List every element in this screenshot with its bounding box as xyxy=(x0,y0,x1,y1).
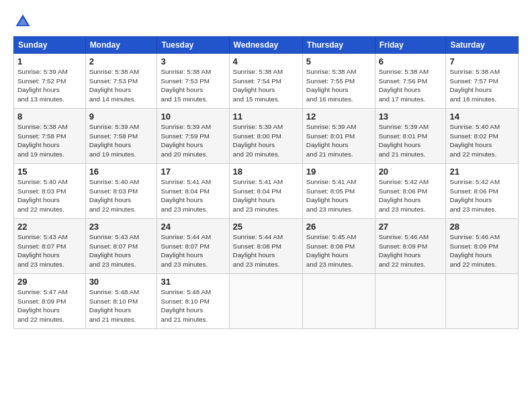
calendar-cell xyxy=(446,274,519,329)
calendar-cell: 27 Sunrise: 5:46 AM Sunset: 8:09 PM Dayl… xyxy=(375,219,446,274)
calendar: SundayMondayTuesdayWednesdayThursdayFrid… xyxy=(13,36,519,329)
day-info: Sunrise: 5:38 AM Sunset: 7:53 PM Dayligh… xyxy=(89,67,154,104)
day-info: Sunrise: 5:40 AM Sunset: 8:03 PM Dayligh… xyxy=(89,177,154,214)
day-number: 20 xyxy=(379,167,443,177)
day-number: 2 xyxy=(89,56,154,66)
calendar-cell: 11 Sunrise: 5:39 AM Sunset: 8:00 PM Dayl… xyxy=(229,109,302,164)
calendar-cell: 25 Sunrise: 5:44 AM Sunset: 8:08 PM Dayl… xyxy=(229,219,302,274)
calendar-cell: 16 Sunrise: 5:40 AM Sunset: 8:03 PM Dayl… xyxy=(85,164,157,219)
calendar-cell: 15 Sunrise: 5:40 AM Sunset: 8:03 PM Dayl… xyxy=(14,164,86,219)
weekday-header-cell: Friday xyxy=(375,37,446,54)
day-number: 3 xyxy=(161,56,225,66)
day-number: 26 xyxy=(306,222,371,232)
day-number: 31 xyxy=(161,277,225,287)
day-info: Sunrise: 5:41 AM Sunset: 8:04 PM Dayligh… xyxy=(161,177,225,214)
day-info: Sunrise: 5:38 AM Sunset: 7:53 PM Dayligh… xyxy=(161,67,225,104)
day-info: Sunrise: 5:47 AM Sunset: 8:09 PM Dayligh… xyxy=(17,287,82,324)
day-info: Sunrise: 5:38 AM Sunset: 7:58 PM Dayligh… xyxy=(17,122,82,159)
calendar-cell: 30 Sunrise: 5:48 AM Sunset: 8:10 PM Dayl… xyxy=(85,274,157,329)
calendar-cell: 22 Sunrise: 5:43 AM Sunset: 8:07 PM Dayl… xyxy=(14,219,86,274)
day-info: Sunrise: 5:38 AM Sunset: 7:55 PM Dayligh… xyxy=(306,67,371,104)
day-info: Sunrise: 5:43 AM Sunset: 8:07 PM Dayligh… xyxy=(17,232,82,269)
calendar-cell: 14 Sunrise: 5:40 AM Sunset: 8:02 PM Dayl… xyxy=(446,109,519,164)
day-number: 12 xyxy=(306,111,371,122)
day-info: Sunrise: 5:39 AM Sunset: 7:59 PM Dayligh… xyxy=(161,122,225,159)
day-number: 15 xyxy=(17,167,82,177)
day-number: 6 xyxy=(379,56,443,66)
weekday-header-cell: Saturday xyxy=(446,37,519,54)
day-number: 28 xyxy=(449,222,515,232)
calendar-week-row: 1 Sunrise: 5:39 AM Sunset: 7:52 PM Dayli… xyxy=(14,54,519,109)
calendar-cell: 23 Sunrise: 5:43 AM Sunset: 8:07 PM Dayl… xyxy=(85,219,157,274)
header-area xyxy=(13,12,519,31)
day-info: Sunrise: 5:43 AM Sunset: 8:07 PM Dayligh… xyxy=(89,232,154,269)
weekday-header-cell: Wednesday xyxy=(229,37,302,54)
calendar-cell: 19 Sunrise: 5:41 AM Sunset: 8:05 PM Dayl… xyxy=(302,164,375,219)
calendar-cell: 6 Sunrise: 5:38 AM Sunset: 7:56 PM Dayli… xyxy=(375,54,446,109)
day-info: Sunrise: 5:40 AM Sunset: 8:02 PM Dayligh… xyxy=(449,122,515,159)
calendar-cell: 2 Sunrise: 5:38 AM Sunset: 7:53 PM Dayli… xyxy=(85,54,157,109)
day-info: Sunrise: 5:48 AM Sunset: 8:10 PM Dayligh… xyxy=(89,287,154,324)
day-info: Sunrise: 5:40 AM Sunset: 8:03 PM Dayligh… xyxy=(17,177,82,214)
calendar-cell: 8 Sunrise: 5:38 AM Sunset: 7:58 PM Dayli… xyxy=(14,109,86,164)
calendar-cell: 3 Sunrise: 5:38 AM Sunset: 7:53 PM Dayli… xyxy=(157,54,229,109)
calendar-cell: 28 Sunrise: 5:46 AM Sunset: 8:09 PM Dayl… xyxy=(446,219,519,274)
day-number: 14 xyxy=(449,111,515,122)
calendar-cell: 12 Sunrise: 5:39 AM Sunset: 8:01 PM Dayl… xyxy=(302,109,375,164)
calendar-week-row: 15 Sunrise: 5:40 AM Sunset: 8:03 PM Dayl… xyxy=(14,164,519,219)
day-info: Sunrise: 5:39 AM Sunset: 7:52 PM Dayligh… xyxy=(17,67,82,104)
weekday-header-cell: Monday xyxy=(85,37,157,54)
calendar-cell xyxy=(375,274,446,329)
calendar-cell: 7 Sunrise: 5:38 AM Sunset: 7:57 PM Dayli… xyxy=(446,54,519,109)
day-number: 8 xyxy=(17,111,82,122)
calendar-cell: 9 Sunrise: 5:39 AM Sunset: 7:58 PM Dayli… xyxy=(85,109,157,164)
calendar-cell: 1 Sunrise: 5:39 AM Sunset: 7:52 PM Dayli… xyxy=(14,54,86,109)
day-number: 4 xyxy=(233,56,299,66)
weekday-header-cell: Tuesday xyxy=(157,37,229,54)
day-info: Sunrise: 5:39 AM Sunset: 7:58 PM Dayligh… xyxy=(89,122,154,159)
day-info: Sunrise: 5:39 AM Sunset: 8:01 PM Dayligh… xyxy=(379,122,443,159)
day-info: Sunrise: 5:46 AM Sunset: 8:09 PM Dayligh… xyxy=(379,232,443,269)
day-number: 13 xyxy=(379,111,443,122)
weekday-header: SundayMondayTuesdayWednesdayThursdayFrid… xyxy=(14,37,519,54)
day-info: Sunrise: 5:38 AM Sunset: 7:54 PM Dayligh… xyxy=(233,67,299,104)
day-info: Sunrise: 5:44 AM Sunset: 8:07 PM Dayligh… xyxy=(161,232,225,269)
calendar-cell: 29 Sunrise: 5:47 AM Sunset: 8:09 PM Dayl… xyxy=(14,274,86,329)
day-number: 24 xyxy=(161,222,225,232)
day-number: 19 xyxy=(306,167,371,177)
calendar-week-row: 29 Sunrise: 5:47 AM Sunset: 8:09 PM Dayl… xyxy=(14,274,519,329)
day-number: 11 xyxy=(233,111,299,122)
day-info: Sunrise: 5:42 AM Sunset: 8:06 PM Dayligh… xyxy=(449,177,515,214)
calendar-cell: 10 Sunrise: 5:39 AM Sunset: 7:59 PM Dayl… xyxy=(157,109,229,164)
day-number: 17 xyxy=(161,167,225,177)
day-info: Sunrise: 5:42 AM Sunset: 8:06 PM Dayligh… xyxy=(379,177,443,214)
day-number: 30 xyxy=(89,277,154,287)
calendar-cell: 5 Sunrise: 5:38 AM Sunset: 7:55 PM Dayli… xyxy=(302,54,375,109)
calendar-cell: 24 Sunrise: 5:44 AM Sunset: 8:07 PM Dayl… xyxy=(157,219,229,274)
day-number: 18 xyxy=(233,167,299,177)
day-info: Sunrise: 5:38 AM Sunset: 7:56 PM Dayligh… xyxy=(379,67,443,104)
calendar-cell: 18 Sunrise: 5:41 AM Sunset: 8:04 PM Dayl… xyxy=(229,164,302,219)
day-number: 5 xyxy=(306,56,371,66)
day-number: 29 xyxy=(17,277,82,287)
weekday-header-cell: Sunday xyxy=(14,37,86,54)
day-info: Sunrise: 5:46 AM Sunset: 8:09 PM Dayligh… xyxy=(449,232,515,269)
day-number: 9 xyxy=(89,111,154,122)
day-number: 10 xyxy=(161,111,225,122)
day-info: Sunrise: 5:41 AM Sunset: 8:05 PM Dayligh… xyxy=(306,177,371,214)
day-info: Sunrise: 5:44 AM Sunset: 8:08 PM Dayligh… xyxy=(233,232,299,269)
day-info: Sunrise: 5:39 AM Sunset: 8:01 PM Dayligh… xyxy=(306,122,371,159)
logo-icon xyxy=(13,12,32,31)
day-number: 1 xyxy=(17,56,82,66)
day-number: 7 xyxy=(449,56,515,66)
calendar-cell xyxy=(302,274,375,329)
calendar-cell: 26 Sunrise: 5:45 AM Sunset: 8:08 PM Dayl… xyxy=(302,219,375,274)
day-info: Sunrise: 5:39 AM Sunset: 8:00 PM Dayligh… xyxy=(233,122,299,159)
calendar-cell: 20 Sunrise: 5:42 AM Sunset: 8:06 PM Dayl… xyxy=(375,164,446,219)
calendar-cell: 4 Sunrise: 5:38 AM Sunset: 7:54 PM Dayli… xyxy=(229,54,302,109)
page: SundayMondayTuesdayWednesdayThursdayFrid… xyxy=(0,0,532,336)
calendar-cell: 17 Sunrise: 5:41 AM Sunset: 8:04 PM Dayl… xyxy=(157,164,229,219)
day-number: 25 xyxy=(233,222,299,232)
calendar-cell: 13 Sunrise: 5:39 AM Sunset: 8:01 PM Dayl… xyxy=(375,109,446,164)
day-info: Sunrise: 5:38 AM Sunset: 7:57 PM Dayligh… xyxy=(449,67,515,104)
